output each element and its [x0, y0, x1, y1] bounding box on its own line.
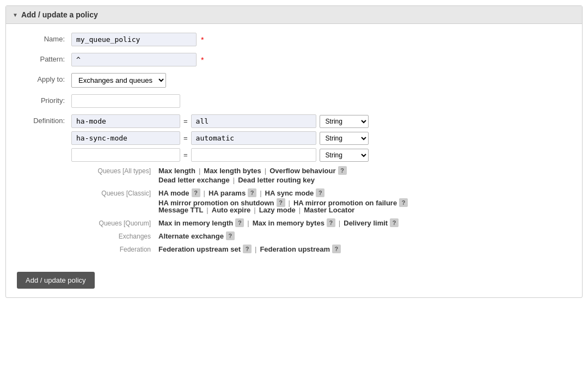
name-required-star: *	[201, 35, 204, 44]
queues-all-links-2: Dead letter exchange | Dead letter routi…	[158, 176, 315, 184]
apply-to-row: Apply to: Exchanges and queues Exchanges…	[17, 73, 571, 88]
def-eq-2: =	[183, 151, 188, 159]
queues-classic-label: Queues [Classic]	[71, 188, 158, 197]
hint-message-ttl[interactable]: Message TTL	[158, 206, 203, 214]
hint-queues-quorum: Queues [Quorum] Max in memory length ? |…	[71, 218, 408, 227]
exchanges-links: Alternate exchange ?	[158, 231, 235, 240]
queues-classic-links-3: Message TTL | Auto expire | Lazy mode | …	[158, 206, 354, 214]
ha-mode-help-badge[interactable]: ?	[192, 188, 200, 197]
priority-label: Priority:	[17, 94, 71, 105]
exchanges-label: Exchanges	[71, 231, 158, 240]
name-input[interactable]	[71, 33, 197, 46]
add-update-policy-panel: ▼ Add / update a policy Name: * Pattern:…	[5, 5, 583, 298]
def-val-1[interactable]	[191, 131, 316, 145]
pattern-label: Pattern:	[17, 53, 71, 63]
definition-rows: = String Number Boolean List =	[71, 114, 408, 162]
federation-upstream-help[interactable]: ?	[332, 245, 341, 253]
def-key-2[interactable]	[71, 148, 180, 162]
def-key-0[interactable]	[71, 114, 180, 128]
queues-all-links-1: Max length | Max length bytes | Overflow…	[158, 166, 347, 175]
priority-control	[71, 94, 180, 108]
hint-queues-all: Queues [All types] Max length | Max leng…	[71, 166, 408, 175]
pattern-control: *	[71, 53, 204, 66]
hints-block: Queues [All types] Max length | Max leng…	[71, 166, 408, 253]
federation-links: Federation upstream set ? | Federation u…	[158, 245, 341, 253]
add-update-policy-button[interactable]: Add / update policy	[17, 272, 95, 289]
ha-params-help-badge[interactable]: ?	[248, 188, 256, 197]
def-val-2[interactable]	[191, 148, 316, 162]
collapse-icon[interactable]: ▼	[13, 12, 18, 18]
hint-max-in-memory-bytes[interactable]: Max in memory bytes	[253, 219, 324, 227]
def-row-1: = String Number Boolean List	[71, 131, 408, 145]
def-eq-1: =	[183, 134, 188, 142]
queues-classic-links-1: HA mode ? | HA params ? | HA sync mode ?	[158, 188, 324, 197]
hint-delivery-limit[interactable]: Delivery limit	[344, 219, 388, 227]
name-row: Name: *	[17, 33, 571, 46]
hint-max-length[interactable]: Max length	[158, 167, 195, 175]
pattern-row: Pattern: *	[17, 53, 571, 66]
name-label: Name:	[17, 33, 71, 43]
queues-quorum-label: Queues [Quorum]	[71, 218, 158, 227]
def-key-1[interactable]	[71, 131, 180, 145]
hint-lazy-mode[interactable]: Lazy mode	[259, 206, 296, 214]
hint-ha-mode[interactable]: HA mode	[158, 189, 189, 197]
federation-label: Federation	[71, 245, 158, 253]
pattern-required-star: *	[201, 56, 204, 64]
hint-federation: Federation Federation upstream set ? | F…	[71, 245, 408, 253]
hint-auto-expire[interactable]: Auto expire	[212, 206, 251, 214]
definition-label: Definition:	[17, 114, 71, 125]
hint-exchanges: Exchanges Alternate exchange ?	[71, 231, 408, 240]
hint-dead-letter-routing-key[interactable]: Dead letter routing key	[238, 176, 315, 184]
def-type-1[interactable]: String Number Boolean List	[320, 132, 369, 145]
max-in-memory-length-help[interactable]: ?	[235, 218, 244, 227]
name-control: *	[71, 33, 204, 46]
hint-queues-all-2: Dead letter exchange | Dead letter routi…	[71, 176, 408, 184]
delivery-limit-help[interactable]: ?	[390, 218, 399, 227]
def-row-0: = String Number Boolean List	[71, 114, 408, 128]
def-type-2[interactable]: String Number Boolean List	[320, 149, 369, 162]
hint-overflow-behaviour[interactable]: Overflow behaviour	[270, 167, 335, 175]
federation-upstream-set-help[interactable]: ?	[243, 245, 252, 253]
hint-queues-classic-1: Queues [Classic] HA mode ? | HA params ?…	[71, 188, 408, 197]
priority-row: Priority:	[17, 94, 571, 108]
hint-alternate-exchange[interactable]: Alternate exchange	[158, 232, 224, 240]
hint-max-length-bytes[interactable]: Max length bytes	[204, 167, 261, 175]
max-in-memory-bytes-help[interactable]: ?	[327, 218, 335, 227]
def-type-0[interactable]: String Number Boolean List	[320, 115, 369, 128]
overflow-help-badge[interactable]: ?	[338, 166, 347, 175]
priority-input[interactable]	[71, 94, 180, 108]
definition-block: = String Number Boolean List =	[71, 114, 408, 258]
def-val-0[interactable]	[191, 114, 316, 128]
def-eq-0: =	[183, 117, 188, 125]
apply-to-label: Apply to:	[17, 73, 71, 83]
hint-max-in-memory-length[interactable]: Max in memory length	[158, 219, 233, 227]
hint-ha-params[interactable]: HA params	[209, 189, 246, 197]
alternate-exchange-help[interactable]: ?	[226, 231, 235, 240]
pattern-input[interactable]	[71, 53, 197, 66]
def-row-2: = String Number Boolean List	[71, 148, 408, 162]
definition-row: Definition: = String Number Boolean List	[17, 114, 571, 258]
panel-header: ▼ Add / update a policy	[6, 6, 582, 24]
queues-quorum-links: Max in memory length ? | Max in memory b…	[158, 218, 399, 227]
panel-title: Add / update a policy	[21, 10, 98, 19]
apply-to-control: Exchanges and queues Exchanges Queues	[71, 73, 166, 88]
apply-to-select[interactable]: Exchanges and queues Exchanges Queues	[71, 73, 166, 88]
hint-federation-upstream[interactable]: Federation upstream	[260, 245, 330, 253]
hint-federation-upstream-set[interactable]: Federation upstream set	[158, 245, 241, 253]
hint-master-locator[interactable]: Master Locator	[304, 206, 354, 214]
hint-queues-classic-3: Message TTL | Auto expire | Lazy mode | …	[71, 206, 408, 214]
queues-all-label-2	[71, 176, 158, 177]
hint-dead-letter-exchange[interactable]: Dead letter exchange	[158, 176, 230, 184]
ha-mirror-failure-help-badge[interactable]: ?	[399, 198, 408, 207]
hint-ha-sync-mode[interactable]: HA sync mode	[265, 189, 314, 197]
ha-sync-mode-help-badge[interactable]: ?	[316, 188, 324, 197]
panel-body: Name: * Pattern: * Apply to: Exchanges a…	[6, 24, 582, 297]
queues-all-label: Queues [All types]	[71, 166, 158, 175]
